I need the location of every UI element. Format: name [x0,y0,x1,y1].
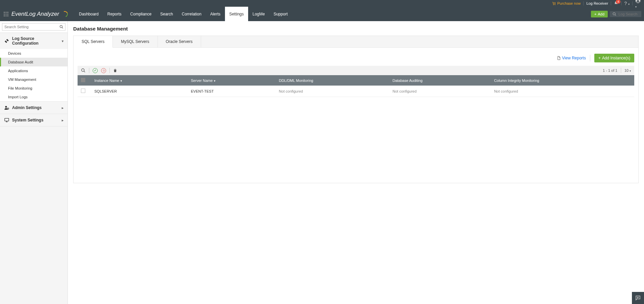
view-reports-label: View Reports [562,56,586,60]
delete-icon[interactable] [113,68,117,73]
notification-icon[interactable]: 4 [614,1,618,6]
system-icon [4,117,9,123]
col-ddl-monitoring: DDL/DML Monitoring [276,75,389,86]
separator [89,68,89,73]
svg-rect-4 [4,12,5,13]
cell-integrity: Not configured [491,86,634,97]
cell-auditing: Not configured [389,86,491,97]
svg-rect-5 [6,12,7,13]
enable-icon[interactable]: ✓ [93,68,98,73]
sidebar-item-vm-management[interactable]: VM Management [0,75,67,84]
tools-icon [4,38,9,44]
sidebar-section-head[interactable]: Admin Settings▸ [0,102,67,114]
sidebar-section: Admin Settings▸ [0,102,67,114]
nav-item-search[interactable]: Search [156,7,177,21]
nav-item-settings[interactable]: Settings [225,7,248,21]
sidebar-item-file-monitoring[interactable]: File Monitoring [0,84,67,93]
nav-item-alerts[interactable]: Alerts [206,7,225,21]
col-integrity-monitoring: Column Integrity Monitoring [491,75,634,86]
cell-instance: SQLSERVER [91,86,188,97]
admin-icon [4,105,9,110]
chevron-right-icon: ▸ [62,118,63,122]
svg-point-14 [60,26,62,28]
log-search-input[interactable] [618,12,639,16]
sidebar-section-label: Log Source Configuration [12,36,59,46]
svg-point-15 [5,106,7,108]
sidebar-section-label: System Settings [12,118,43,122]
brand: EventLog Analyzer [0,7,75,21]
add-instance-label: Add Instance(s) [602,56,630,60]
row-checkbox[interactable] [81,89,85,93]
search-icon [612,12,616,16]
svg-point-18 [82,69,84,71]
topbar: Purchase now Log Receiver 4 ? ▾ ▾ [0,0,644,7]
sort-caret-icon: ▼ [213,80,216,83]
svg-rect-9 [7,13,8,14]
nav-right: + Add [591,7,644,21]
sidebar-section: System Settings▸ [0,114,67,126]
col-server-name[interactable]: Server Name▼ [188,75,276,86]
sidebar-section-head[interactable]: Log Source Configuration▾ [0,33,67,49]
tabs: SQL ServersMySQL ServersOracle Servers [74,36,638,48]
sidebar-subitems: DevicesDatabase AuditApplicationsVM Mana… [0,49,67,101]
sidebar-section: Log Source Configuration▾DevicesDatabase… [0,33,67,102]
cell-server: EVENT-TEST [188,86,276,97]
svg-rect-8 [6,13,7,14]
search-icon[interactable] [59,25,63,29]
svg-rect-17 [5,118,9,121]
apps-grid-icon[interactable] [3,11,9,17]
navbar: EventLog Analyzer DashboardReportsCompli… [0,7,644,21]
view-reports-link[interactable]: View Reports [557,56,586,60]
table-header-row: Instance Name▼ Server Name▼ DDL/DML Moni… [78,75,634,86]
brand-arc-icon [61,10,69,18]
page-size-selector[interactable]: 10 ▾ [625,68,631,72]
svg-point-16 [7,108,9,109]
svg-rect-7 [4,13,5,14]
separator [109,68,110,73]
sidebar-search-input[interactable] [2,23,65,31]
plus-icon: + [594,12,596,16]
sidebar-item-database-audit[interactable]: Database Audit [0,58,67,66]
panel-body: View Reports + Add Instance(s) ✓ ⦸ [74,48,638,101]
separator [632,1,633,5]
add-instance-button[interactable]: + Add Instance(s) [594,54,634,62]
col-instance-name[interactable]: Instance Name▼ [91,75,188,86]
disable-icon[interactable]: ⦸ [101,68,106,73]
nav-item-reports[interactable]: Reports [103,7,126,21]
purchase-link[interactable]: Purchase now [552,1,581,5]
chevron-right-icon: ▸ [62,106,63,110]
page-title: Database Management [73,26,639,32]
add-button[interactable]: + Add [591,11,608,17]
plus-icon: + [598,56,601,60]
log-search-box[interactable] [610,11,641,17]
document-icon [557,56,561,60]
sidebar-section-head[interactable]: System Settings▸ [0,114,67,126]
cell-ddl: Not configured [276,86,389,97]
nav-item-correlation[interactable]: Correlation [177,7,206,21]
pager-text: 1 - 1 of 1 [603,68,617,72]
sidebar-item-import-logs[interactable]: Import Logs [0,93,67,101]
nav-items: DashboardReportsComplianceSearchCorrelat… [75,7,292,21]
tab-sql-servers[interactable]: SQL Servers [74,36,113,48]
nav-item-support[interactable]: Support [269,7,292,21]
log-receiver-link[interactable]: Log Receiver [586,1,608,5]
table-row: SQLSERVEREVENT-TESTNot configuredNot con… [78,86,634,97]
chat-fab[interactable] [632,292,644,304]
nav-item-compliance[interactable]: Compliance [126,7,156,21]
help-icon[interactable]: ? ▾ [624,1,630,6]
purchase-label: Purchase now [557,1,581,5]
svg-rect-6 [7,12,8,13]
cart-icon [552,1,556,5]
select-all-checkbox[interactable] [81,78,85,82]
nav-item-logme[interactable]: LogMe [248,7,269,21]
separator [621,1,622,5]
tab-mysql-servers[interactable]: MySQL Servers [113,36,157,47]
table-search-icon[interactable] [81,68,86,73]
sidebar-item-applications[interactable]: Applications [0,66,67,75]
svg-rect-12 [7,15,8,16]
tab-oracle-servers[interactable]: Oracle Servers [158,36,201,47]
nav-item-dashboard[interactable]: Dashboard [75,7,103,21]
sidebar-item-devices[interactable]: Devices [0,49,67,58]
actions-row: View Reports + Add Instance(s) [78,52,634,66]
svg-point-1 [555,4,555,5]
